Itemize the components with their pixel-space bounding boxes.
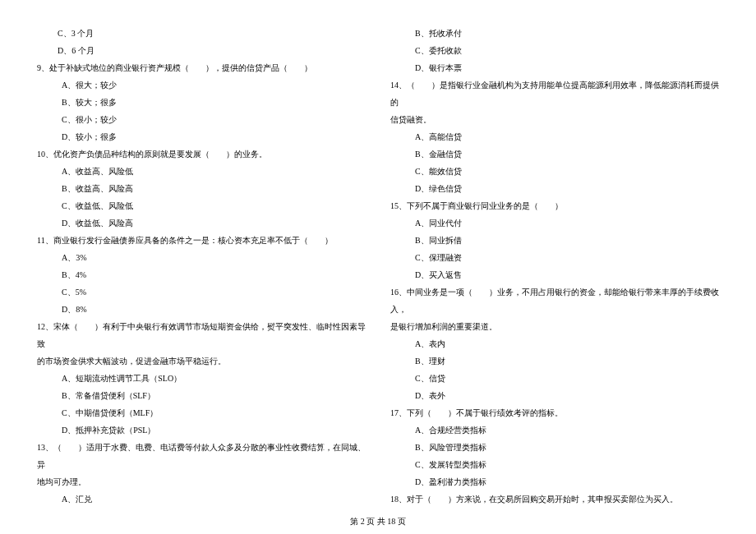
q14-opt-c: C、能效信贷: [390, 163, 719, 180]
q9-opt-d: D、较小；很多: [37, 128, 366, 145]
q13-stem-1: 13、（ ）适用于水费、电费、电话费等付款人众多及分散的事业性收费结算，在同城、…: [37, 439, 366, 473]
q14-opt-b: B、金融信贷: [390, 145, 719, 163]
q13-stem-2: 地均可办理。: [37, 473, 366, 490]
q12-stem-1: 12、宋体（ ）有利于中央银行有效调节市场短期资金供给，熨平突发性、临时性因素导…: [37, 318, 366, 352]
q10-opt-a: A、收益高、风险低: [37, 163, 366, 180]
q8-opt-d: D、6 个月: [37, 42, 366, 59]
q14-stem-1: 14、（ ）是指银行业金融机构为支持用能单位提高能源利用效率，降低能源消耗而提供…: [390, 76, 719, 111]
q16-opt-c: C、信贷: [390, 370, 719, 387]
q11-stem: 11、商业银行发行金融债券应具备的条件之一是：核心资本充足率不低于（ ）: [37, 232, 366, 249]
q9-opt-c: C、很小；较少: [37, 111, 366, 128]
q16-opt-d: D、表外: [390, 387, 719, 404]
q9-opt-b: B、较大；很多: [37, 94, 366, 111]
q16-stem-2: 是银行增加利润的重要渠道。: [390, 318, 719, 335]
q14-opt-a: A、高能信贷: [390, 128, 719, 145]
q11-opt-b: B、4%: [37, 266, 366, 283]
q13-opt-d: D、银行本票: [390, 59, 719, 76]
q13-opt-c: C、委托收款: [390, 42, 719, 59]
q16-stem-1: 16、中间业务是一项（ ）业务，不用占用银行的资金，却能给银行带来丰厚的手续费收…: [390, 283, 719, 318]
q13-opt-b: B、托收承付: [390, 25, 719, 42]
q17-opt-d: D、盈利潜力类指标: [390, 473, 719, 490]
q15-opt-a: A、同业代付: [390, 214, 719, 232]
q16-opt-a: A、表内: [390, 335, 719, 352]
q16-opt-b: B、理财: [390, 352, 719, 370]
q13-opt-a: A、汇兑: [37, 490, 366, 508]
q15-opt-c: C、保理融资: [390, 249, 719, 266]
q17-opt-a: A、合规经营类指标: [390, 421, 719, 439]
q12-opt-c: C、中期借贷便利（MLF）: [37, 404, 366, 421]
q12-opt-a: A、短期流动性调节工具（SLO）: [37, 370, 366, 387]
q9-opt-a: A、很大；较少: [37, 76, 366, 94]
right-column: B、托收承付 C、委托收款 D、银行本票 14、（ ）是指银行业金融机构为支持用…: [390, 25, 719, 508]
q10-opt-b: B、收益高、风险高: [37, 180, 366, 197]
q12-opt-b: B、常备借贷便利（SLF）: [37, 387, 366, 404]
q10-opt-c: C、收益低、风险低: [37, 197, 366, 214]
q8-opt-c: C、3 个月: [37, 25, 366, 42]
q12-opt-d: D、抵押补充贷款（PSL）: [37, 421, 366, 439]
q10-opt-d: D、收益低、风险高: [37, 214, 366, 232]
q14-opt-d: D、绿色信贷: [390, 180, 719, 197]
q15-opt-d: D、买入返售: [390, 266, 719, 283]
q18-stem: 18、对于（ ）方来说，在交易所回购交易开始时，其申报买卖部位为买入。: [390, 490, 719, 508]
q17-opt-c: C、发展转型类指标: [390, 456, 719, 473]
q14-stem-2: 信贷融资。: [390, 111, 719, 128]
q17-opt-b: B、风险管理类指标: [390, 439, 719, 456]
q11-opt-a: A、3%: [37, 249, 366, 266]
page-footer: 第 2 页 共 18 页: [0, 516, 756, 527]
q9-stem: 9、处于补缺式地位的商业银行资产规模（ ），提供的信贷产品（ ）: [37, 59, 366, 76]
q11-opt-d: D、8%: [37, 301, 366, 318]
q17-stem: 17、下列（ ）不属于银行绩效考评的指标。: [390, 404, 719, 421]
q12-stem-2: 的市场资金供求大幅波动，促进金融市场平稳运行。: [37, 352, 366, 370]
q10-stem: 10、优化资产负债品种结构的原则就是要发展（ ）的业务。: [37, 145, 366, 163]
q15-stem: 15、下列不属于商业银行同业业务的是（ ）: [390, 197, 719, 214]
q15-opt-b: B、同业拆借: [390, 232, 719, 249]
q11-opt-c: C、5%: [37, 283, 366, 301]
left-column: C、3 个月 D、6 个月 9、处于补缺式地位的商业银行资产规模（ ），提供的信…: [37, 25, 366, 508]
